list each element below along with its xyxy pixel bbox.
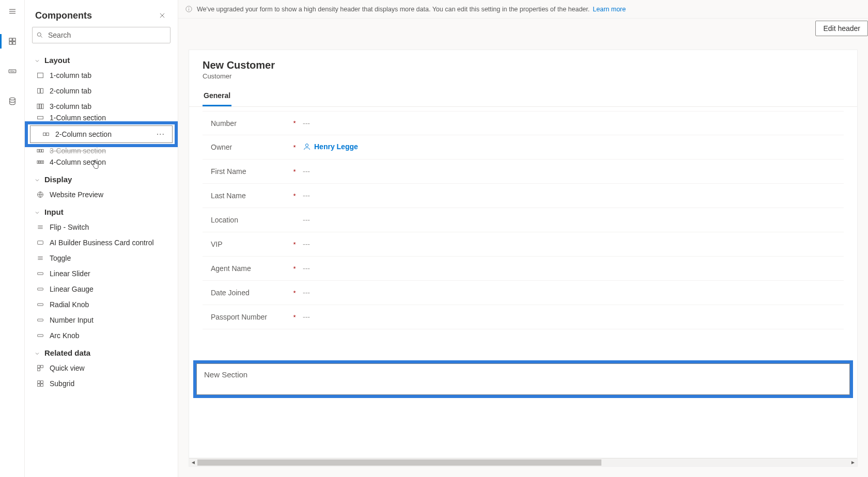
layout-item-4-column-section[interactable]: 4-Column section xyxy=(25,154,178,170)
related-item-subgrid[interactable]: Subgrid xyxy=(25,376,178,391)
form-field-row[interactable]: Owner*Henry Legge xyxy=(203,135,844,160)
form-field-row[interactable]: Agent Name*--- xyxy=(203,257,844,281)
svg-rect-46 xyxy=(38,381,40,384)
scroll-left-arrow-icon[interactable]: ◄ xyxy=(189,458,197,467)
field-value[interactable]: Henry Legge xyxy=(298,142,844,152)
scroll-right-arrow-icon[interactable]: ► xyxy=(849,458,857,467)
svg-rect-6 xyxy=(13,42,16,44)
field-label: Number xyxy=(211,119,291,128)
form-field-row[interactable]: Date Joined*--- xyxy=(203,281,844,305)
group-header-input[interactable]: Input xyxy=(25,202,178,219)
three-column-tab-icon xyxy=(36,102,44,110)
tree-item-label: 2-column tab xyxy=(50,87,91,95)
svg-rect-25 xyxy=(42,149,43,152)
one-column-tab-icon xyxy=(36,71,44,80)
slider-icon xyxy=(36,269,44,278)
svg-rect-39 xyxy=(38,288,43,290)
layout-item-1-column-tab[interactable]: 1-column tab xyxy=(25,68,178,83)
field-label: First Name xyxy=(211,167,291,176)
close-icon xyxy=(159,12,166,19)
group-header-layout[interactable]: Layout xyxy=(25,51,178,68)
form-field-row[interactable]: Location--- xyxy=(203,208,844,232)
layout-item-1-column-section[interactable]: 1-Column section xyxy=(25,114,178,121)
field-value[interactable]: --- xyxy=(298,264,844,273)
scrollbar-thumb[interactable] xyxy=(197,459,601,466)
close-panel-button[interactable] xyxy=(156,9,168,22)
svg-rect-27 xyxy=(39,161,40,163)
tree-item-label: Linear Gauge xyxy=(50,285,94,293)
chevron-down-icon xyxy=(34,57,41,64)
tree-item-label: 3-Column section xyxy=(50,147,106,154)
field-value[interactable]: --- xyxy=(298,119,844,128)
hamburger-menu-button[interactable] xyxy=(0,0,25,23)
tree-item-label: Quick view xyxy=(50,364,85,372)
form-field-row[interactable]: First Name*--- xyxy=(203,160,844,184)
one-column-section-icon xyxy=(36,114,44,121)
scrollbar-track[interactable] xyxy=(197,459,849,466)
form-field-row[interactable]: Last Name*--- xyxy=(203,184,844,208)
layout-item-2-column-section[interactable]: 2-Column section ··· xyxy=(30,125,173,143)
related-item-quick-view[interactable]: Quick view xyxy=(25,360,178,376)
subgrid-icon xyxy=(36,379,44,388)
horizontal-scrollbar[interactable]: ◄ ► xyxy=(189,458,857,466)
components-rail-button[interactable] xyxy=(0,30,25,53)
layout-item-2-column-tab[interactable]: 2-column tab xyxy=(25,83,178,99)
new-section-placeholder[interactable]: New Section xyxy=(196,363,850,395)
person-icon xyxy=(303,142,311,151)
knob-icon xyxy=(36,300,44,309)
group-header-related-data[interactable]: Related data xyxy=(25,343,178,360)
svg-rect-18 xyxy=(39,104,41,108)
learn-more-link[interactable]: Learn more xyxy=(593,6,626,13)
group-label-layout: Layout xyxy=(44,56,70,65)
info-bar-text: We've upgraded your form to show a high … xyxy=(197,6,590,13)
components-search-input[interactable] xyxy=(32,27,171,43)
required-indicator: * xyxy=(291,313,298,321)
svg-point-12 xyxy=(37,33,41,36)
svg-rect-5 xyxy=(9,42,12,44)
svg-rect-21 xyxy=(43,133,46,135)
input-item-ai-builder-card[interactable]: AI Builder Business Card control xyxy=(25,235,178,250)
more-options-button[interactable]: ··· xyxy=(157,130,165,139)
required-indicator: * xyxy=(291,168,298,176)
svg-rect-43 xyxy=(38,365,40,368)
form-field-row[interactable]: Passport Number*--- xyxy=(203,305,844,329)
input-item-number-input[interactable]: Number Input xyxy=(25,312,178,328)
svg-rect-24 xyxy=(39,149,41,152)
form-canvas: New Customer Customer General Number*---… xyxy=(189,50,858,467)
input-item-radial-knob[interactable]: Radial Knob xyxy=(25,297,178,312)
input-item-toggle[interactable]: Toggle xyxy=(25,250,178,266)
two-column-section-icon xyxy=(42,130,50,138)
tree-item-label: Number Input xyxy=(50,316,94,324)
layout-item-3-column-tab[interactable]: 3-column tab xyxy=(25,99,178,114)
form-field-row[interactable]: VIP*--- xyxy=(203,232,844,257)
field-value[interactable]: --- xyxy=(298,240,844,248)
components-panel-title: Components xyxy=(35,10,92,21)
field-value[interactable]: --- xyxy=(298,289,844,297)
input-item-linear-gauge[interactable]: Linear Gauge xyxy=(25,281,178,297)
svg-rect-48 xyxy=(38,384,40,387)
text-field-rail-button[interactable]: Abc xyxy=(0,60,25,83)
layout-item-3-column-section-obscured[interactable]: 3-Column section xyxy=(25,147,178,154)
data-rail-button[interactable] xyxy=(0,90,25,113)
field-value[interactable]: --- xyxy=(298,313,844,321)
tab-general[interactable]: General xyxy=(203,88,231,106)
chevron-down-icon xyxy=(34,349,41,357)
field-value[interactable]: --- xyxy=(298,216,844,224)
input-item-linear-slider[interactable]: Linear Slider xyxy=(25,266,178,281)
edit-header-button[interactable]: Edit header xyxy=(815,21,868,36)
tree-item-label: Toggle xyxy=(50,254,71,262)
input-item-arc-knob[interactable]: Arc Knob xyxy=(25,328,178,343)
field-value[interactable]: --- xyxy=(298,192,844,200)
group-header-display[interactable]: Display xyxy=(25,170,178,187)
info-bar: We've upgraded your form to show a high … xyxy=(178,0,868,19)
owner-lookup-chip[interactable]: Henry Legge xyxy=(303,142,358,151)
svg-line-13 xyxy=(41,36,42,38)
arc-knob-icon xyxy=(36,331,44,340)
field-value[interactable]: --- xyxy=(298,167,844,176)
selected-component-highlight: 2-Column section ··· xyxy=(25,121,178,147)
components-panel: Components Layout 1-column tab 2-column … xyxy=(25,0,178,477)
three-column-section-icon xyxy=(36,147,44,154)
display-item-website-preview[interactable]: Website Preview xyxy=(25,187,178,202)
form-field-row[interactable]: Number*--- xyxy=(203,111,844,135)
input-item-flip-switch[interactable]: Flip - Switch xyxy=(25,219,178,235)
